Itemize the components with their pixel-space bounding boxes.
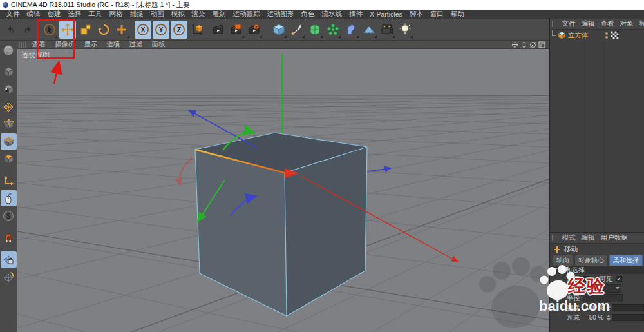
undo-button[interactable]: [2, 21, 19, 39]
lock-y-axis-button[interactable]: Y: [153, 21, 169, 39]
dolly-view-icon[interactable]: [520, 41, 527, 48]
attribute-manager-menu-item[interactable]: 用户数据: [598, 233, 630, 242]
strength-value[interactable]: 100 %: [583, 304, 606, 311]
viewport-canvas[interactable]: 透视视图: [17, 49, 549, 332]
menu-item[interactable]: 插件: [346, 10, 366, 19]
rotate-view-icon[interactable]: [529, 41, 536, 48]
uv-mode-button[interactable]: [1, 99, 17, 115]
keyframe-selection-button[interactable]: S: [1, 208, 17, 224]
render-settings-button[interactable]: [246, 21, 263, 39]
menu-item[interactable]: 运动跟踪: [229, 10, 263, 19]
viewport-menu-item[interactable]: 查看: [28, 40, 50, 49]
menu-item[interactable]: 网格: [106, 10, 126, 19]
live-selection-button[interactable]: [41, 21, 58, 39]
menu-item[interactable]: 编辑: [23, 10, 44, 19]
menu-item[interactable]: 雕刻: [209, 10, 229, 19]
attribute-tab[interactable]: 轴向: [553, 255, 573, 266]
menu-item[interactable]: 模拟: [167, 10, 188, 19]
menu-item[interactable]: 流水线: [318, 10, 346, 19]
viewport-menu-item[interactable]: 摄像机: [50, 40, 80, 49]
move-tool-button[interactable]: [59, 21, 76, 39]
rotation-band-red[interactable]: [180, 157, 192, 185]
panel-grip[interactable]: [552, 235, 557, 241]
cube-object-icon[interactable]: [558, 31, 566, 39]
model-mode-button[interactable]: [1, 64, 17, 80]
viewport-menu-item[interactable]: 过滤: [125, 40, 147, 49]
menu-item[interactable]: 捕捉: [126, 10, 147, 19]
attribute-manager-menu-item[interactable]: 模式: [559, 233, 578, 242]
object-row[interactable]: 立方体: [550, 30, 644, 41]
menu-item[interactable]: 动画: [147, 10, 167, 19]
pen-spline-button[interactable]: [289, 21, 305, 39]
menu-item[interactable]: 窗口: [426, 10, 447, 19]
render-view-button[interactable]: [210, 21, 227, 39]
viewport-menu-item[interactable]: 面板: [147, 40, 170, 49]
bend-deformer-button[interactable]: [343, 21, 359, 39]
lock-z-axis-button[interactable]: Z: [171, 21, 187, 39]
cube-left-face[interactable]: [195, 150, 287, 316]
cube-right-face[interactable]: [285, 147, 367, 316]
object-manager[interactable]: 立方体: [550, 30, 644, 233]
attribute-tab[interactable]: 柔和选择: [609, 255, 643, 266]
last-tool-button[interactable]: [113, 21, 130, 39]
toggle-view-icon[interactable]: [538, 41, 545, 48]
redo-button[interactable]: [20, 21, 37, 39]
section-header[interactable]: 柔和选择: [550, 266, 644, 274]
panel-grip[interactable]: [19, 42, 26, 48]
cube-object[interactable]: [195, 133, 367, 316]
mode-dropdown[interactable]: [583, 284, 621, 293]
viewport-menu-item[interactable]: 显示: [80, 40, 102, 49]
object-manager-menu-item[interactable]: 标签: [636, 19, 644, 28]
object-manager-menu-item[interactable]: 查看: [598, 19, 617, 28]
object-manager-menu-item[interactable]: 对象: [617, 19, 636, 28]
workplane-mode-button[interactable]: [1, 269, 17, 285]
polygons-mode-button[interactable]: [1, 151, 17, 167]
menu-item[interactable]: 选择: [64, 10, 85, 19]
panel-grip[interactable]: [552, 21, 557, 27]
points-mode-button[interactable]: [1, 116, 17, 132]
menu-item[interactable]: 渲染: [188, 10, 209, 19]
array-generator-button[interactable]: [325, 21, 341, 39]
scale-tool-button[interactable]: [77, 21, 94, 39]
texture-mode-button[interactable]: [1, 81, 17, 97]
radius-input[interactable]: [583, 294, 623, 302]
menu-item[interactable]: 工具: [85, 10, 106, 19]
floor-button[interactable]: [361, 21, 377, 39]
viewport-solo-button[interactable]: [1, 190, 17, 206]
rotate-tool-button[interactable]: [95, 21, 112, 39]
make-editable-button[interactable]: [1, 42, 17, 58]
attribute-tab[interactable]: 对象轴心: [574, 255, 608, 266]
menu-item[interactable]: 运动图形: [263, 10, 298, 19]
coordinate-system-button[interactable]: [189, 21, 205, 39]
falloff-value[interactable]: 50 %: [583, 314, 606, 321]
object-manager-menu-item[interactable]: 文件: [559, 19, 578, 28]
falloff-stepper[interactable]: [606, 315, 611, 321]
strength-stepper[interactable]: [606, 305, 611, 311]
menu-item[interactable]: 角色: [298, 10, 318, 19]
render-to-picture-viewer-button[interactable]: [228, 21, 245, 39]
attribute-manager-menu-item[interactable]: 编辑: [578, 233, 598, 242]
object-manager-menu-item[interactable]: 编辑: [578, 19, 598, 28]
add-cube-button[interactable]: [270, 21, 287, 39]
subdivision-surface-button[interactable]: [307, 21, 323, 39]
menu-item[interactable]: 脚本: [406, 10, 426, 19]
lock-x-axis-button[interactable]: X: [135, 21, 151, 39]
falloff-slider[interactable]: [612, 314, 644, 321]
camera-button[interactable]: [379, 21, 395, 39]
enable-checkbox[interactable]: [583, 276, 589, 282]
lock-workplane-button[interactable]: [1, 251, 17, 268]
snap-button[interactable]: [1, 229, 17, 246]
menu-item[interactable]: 帮助: [447, 10, 468, 19]
visible-checkbox[interactable]: ✓: [616, 276, 622, 282]
edges-mode-button[interactable]: [1, 133, 17, 150]
checker-tag[interactable]: [611, 31, 619, 39]
menu-item[interactable]: 文件: [3, 10, 23, 19]
visibility-dots[interactable]: [605, 32, 608, 39]
menu-item[interactable]: 创建: [44, 10, 64, 19]
enable-axis-button[interactable]: [1, 173, 17, 189]
viewport-menu-item[interactable]: 选项: [102, 40, 125, 49]
strength-slider[interactable]: [612, 304, 644, 311]
pan-view-icon[interactable]: [511, 41, 518, 48]
object-name[interactable]: 立方体: [568, 31, 589, 40]
light-button[interactable]: [397, 21, 413, 39]
